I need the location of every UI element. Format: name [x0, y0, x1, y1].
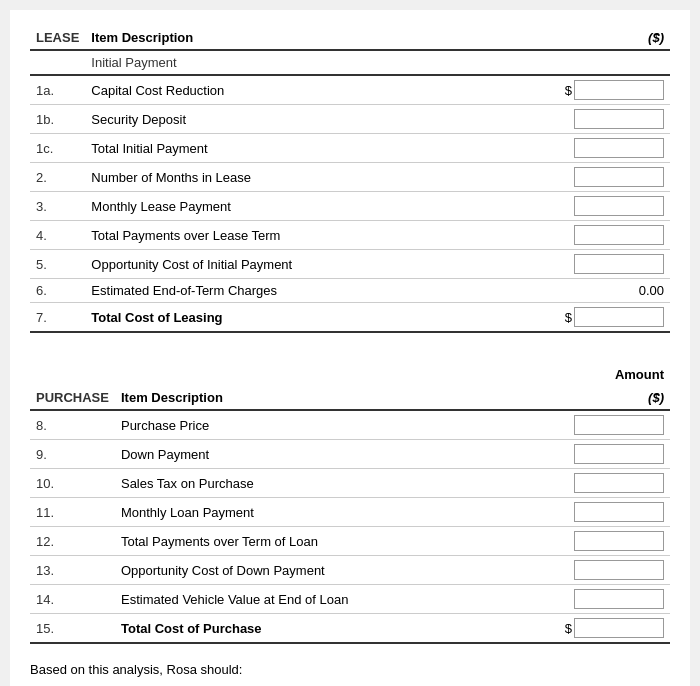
lease-row: 7.Total Cost of Leasing$: [30, 303, 670, 333]
lease-table: LEASE Item Description ($) Initial Payme…: [30, 26, 670, 333]
purchase-row-amount: [550, 585, 670, 614]
lease-row-desc: Security Deposit: [85, 105, 550, 134]
lease-input-1b[interactable]: [574, 109, 664, 129]
lease-input-7[interactable]: [574, 307, 664, 327]
lease-row-num: 2.: [30, 163, 85, 192]
lease-row-desc: Number of Months in Lease: [85, 163, 550, 192]
purchase-row-desc: Total Cost of Purchase: [115, 614, 550, 644]
purchase-col3-header: ($): [550, 386, 670, 410]
analysis-prompt: Based on this analysis, Rosa should:: [30, 662, 670, 677]
lease-input-4[interactable]: [574, 225, 664, 245]
lease-row-amount: $: [550, 303, 670, 333]
purchase-row-num: 10.: [30, 469, 115, 498]
lease-row-amount: [550, 250, 670, 279]
lease-col1-header: LEASE: [30, 26, 85, 50]
purchase-row: 15.Total Cost of Purchase$: [30, 614, 670, 644]
purchase-row: 13.Opportunity Cost of Down Payment: [30, 556, 670, 585]
lease-row-num: 6.: [30, 279, 85, 303]
purchase-row: 14.Estimated Vehicle Value at End of Loa…: [30, 585, 670, 614]
purchase-input-9[interactable]: [574, 444, 664, 464]
purchase-input-10[interactable]: [574, 473, 664, 493]
static-value: 0.00: [639, 283, 664, 298]
purchase-input-15[interactable]: [574, 618, 664, 638]
lease-row-num: 1b.: [30, 105, 85, 134]
lease-input-1a[interactable]: [574, 80, 664, 100]
lease-row-amount: [550, 221, 670, 250]
purchase-row-num: 14.: [30, 585, 115, 614]
lease-row-desc: Total Cost of Leasing: [85, 303, 550, 333]
purchase-input-8[interactable]: [574, 415, 664, 435]
amount-header-label: Amount: [550, 363, 670, 386]
lease-input-5[interactable]: [574, 254, 664, 274]
purchase-row-amount: [550, 410, 670, 440]
purchase-row-num: 13.: [30, 556, 115, 585]
purchase-table: Amount PURCHASE Item Description ($) 8.P…: [30, 363, 670, 644]
lease-input-3[interactable]: [574, 196, 664, 216]
lease-row: 1c.Total Initial Payment: [30, 134, 670, 163]
purchase-row-amount: [550, 527, 670, 556]
purchase-row: 9.Down Payment: [30, 440, 670, 469]
dollar-sign: $: [565, 83, 572, 98]
lease-row-num: 3.: [30, 192, 85, 221]
purchase-row-num: 12.: [30, 527, 115, 556]
purchase-row-num: 15.: [30, 614, 115, 644]
lease-row-amount: [550, 192, 670, 221]
lease-row: 1b.Security Deposit: [30, 105, 670, 134]
lease-row: 4.Total Payments over Lease Term: [30, 221, 670, 250]
lease-row-amount: $: [550, 75, 670, 105]
initial-payment-num: [30, 50, 85, 75]
purchase-input-12[interactable]: [574, 531, 664, 551]
purchase-input-14[interactable]: [574, 589, 664, 609]
purchase-row-num: 9.: [30, 440, 115, 469]
lease-row-amount: [550, 134, 670, 163]
purchase-input-11[interactable]: [574, 502, 664, 522]
purchase-row: 12.Total Payments over Term of Loan: [30, 527, 670, 556]
lease-col2-header: Item Description: [85, 26, 550, 50]
lease-input-1c[interactable]: [574, 138, 664, 158]
lease-row: 6.Estimated End-of-Term Charges0.00: [30, 279, 670, 303]
initial-payment-label: Initial Payment: [85, 50, 550, 75]
lease-row-num: 1c.: [30, 134, 85, 163]
lease-row-desc: Total Payments over Lease Term: [85, 221, 550, 250]
purchase-row-num: 8.: [30, 410, 115, 440]
lease-row: 3.Monthly Lease Payment: [30, 192, 670, 221]
lease-row-num: 7.: [30, 303, 85, 333]
purchase-col1-header: PURCHASE: [30, 386, 115, 410]
lease-row-desc: Estimated End-of-Term Charges: [85, 279, 550, 303]
lease-row-amount: [550, 105, 670, 134]
analysis-section: Based on this analysis, Rosa should: Use…: [30, 662, 670, 686]
lease-row: 5.Opportunity Cost of Initial Payment: [30, 250, 670, 279]
purchase-input-13[interactable]: [574, 560, 664, 580]
lease-row-num: 1a.: [30, 75, 85, 105]
lease-row-amount: 0.00: [550, 279, 670, 303]
purchase-row: 8.Purchase Price: [30, 410, 670, 440]
purchase-row-amount: $: [550, 614, 670, 644]
lease-row-desc: Opportunity Cost of Initial Payment: [85, 250, 550, 279]
dollar-sign: $: [565, 310, 572, 325]
purchase-row-desc: Monthly Loan Payment: [115, 498, 550, 527]
lease-col3-header: ($): [550, 26, 670, 50]
page: LEASE Item Description ($) Initial Payme…: [10, 10, 690, 686]
purchase-row-amount: [550, 440, 670, 469]
lease-row-num: 4.: [30, 221, 85, 250]
lease-row: 2.Number of Months in Lease: [30, 163, 670, 192]
purchase-row-amount: [550, 556, 670, 585]
purchase-row-desc: Opportunity Cost of Down Payment: [115, 556, 550, 585]
purchase-row-desc: Purchase Price: [115, 410, 550, 440]
section-gap-1: [30, 339, 670, 363]
purchase-row-num: 11.: [30, 498, 115, 527]
purchase-row-desc: Sales Tax on Purchase: [115, 469, 550, 498]
purchase-row: 11.Monthly Loan Payment: [30, 498, 670, 527]
dollar-sign: $: [565, 621, 572, 636]
lease-row-desc: Monthly Lease Payment: [85, 192, 550, 221]
purchase-col2-header: Item Description: [115, 386, 550, 410]
purchase-row-desc: Down Payment: [115, 440, 550, 469]
purchase-row-desc: Total Payments over Term of Loan: [115, 527, 550, 556]
lease-row-num: 5.: [30, 250, 85, 279]
purchase-row: 10.Sales Tax on Purchase: [30, 469, 670, 498]
lease-input-2[interactable]: [574, 167, 664, 187]
lease-row-amount: [550, 163, 670, 192]
purchase-row-desc: Estimated Vehicle Value at End of Loan: [115, 585, 550, 614]
lease-row-desc: Capital Cost Reduction: [85, 75, 550, 105]
purchase-row-amount: [550, 498, 670, 527]
